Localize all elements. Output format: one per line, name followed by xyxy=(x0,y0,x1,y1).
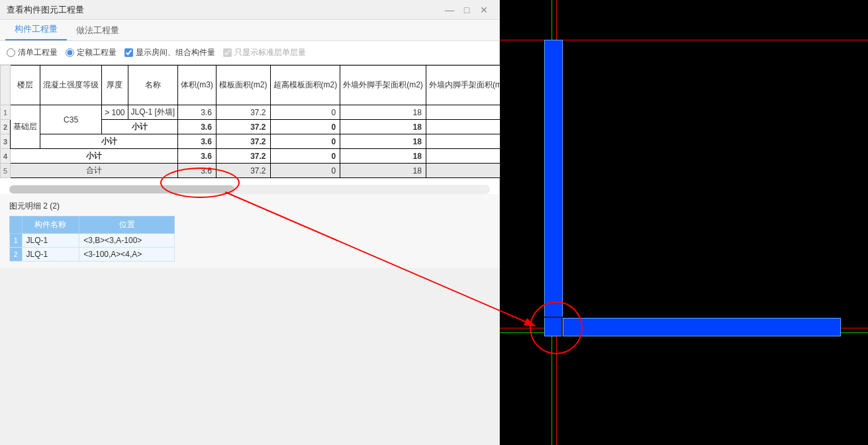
grid-mark xyxy=(544,317,563,318)
col-high-formwork: 超高模板面积(m2) xyxy=(270,66,340,105)
col-name: 名称 xyxy=(128,66,178,105)
minimize-button[interactable]: — xyxy=(441,5,458,15)
window-title: 查看构件图元工程量 xyxy=(7,4,441,16)
col-floor: 楼层 xyxy=(11,66,40,105)
col-ext-out-scaffold: 外墙外脚手架面积(m2) xyxy=(340,66,426,105)
wall-horizontal[interactable] xyxy=(563,318,841,336)
detail-col-name: 构件名称 xyxy=(22,217,79,234)
checkbox-show-room[interactable]: 显示房间、组合构件量 xyxy=(124,47,215,58)
toolbar: 清单工程量 定额工程量 显示房间、组合构件量 只显示标准层单层量 xyxy=(0,41,499,65)
col-ext-in-scaffold: 外墙内脚手架面积(m2) xyxy=(426,66,512,105)
maximize-button[interactable]: □ xyxy=(458,5,475,15)
checkbox-single-floor[interactable]: 只显示标准层单层量 xyxy=(223,47,306,58)
col-volume: 体积(m3) xyxy=(178,66,217,105)
detail-table[interactable]: 构件名称 位置 1 JLQ-1 <3,B><3,A-100> 2 JLQ-1 <… xyxy=(9,216,175,262)
col-grade: 混凝土强度等级 xyxy=(40,66,102,105)
radio-list-qty[interactable]: 清单工程量 xyxy=(7,47,58,58)
tabs: 构件工程量 做法工程量 xyxy=(0,20,499,41)
tab-component-qty[interactable]: 构件工程量 xyxy=(5,19,67,40)
horizontal-scrollbar[interactable] xyxy=(9,185,490,194)
tab-method-qty[interactable]: 做法工程量 xyxy=(67,21,128,40)
quantity-grid: 楼层 混凝土强度等级 厚度 名称 体积(m3) 模板面积(m2) 超高模板面积(… xyxy=(0,65,499,194)
scrollbar-thumb[interactable] xyxy=(9,185,234,193)
detail-col-pos: 位置 xyxy=(79,217,175,234)
wall-vertical[interactable] xyxy=(544,40,563,336)
detail-row[interactable]: 2 JLQ-1 <3-100,A><4,A> xyxy=(10,248,175,262)
close-button[interactable]: ✕ xyxy=(475,5,493,15)
detail-title: 图元明细 2 (2) xyxy=(9,201,490,212)
titlebar: 查看构件图元工程量 — □ ✕ xyxy=(0,0,499,20)
panel-footer xyxy=(0,268,499,445)
detail-row[interactable]: 1 JLQ-1 <3,B><3,A-100> xyxy=(10,234,175,248)
radio-quota-qty[interactable]: 定额工程量 xyxy=(66,47,117,58)
col-formwork: 模板面积(m2) xyxy=(216,66,270,105)
col-thickness: 厚度 xyxy=(102,66,128,105)
grid-mark xyxy=(561,318,563,336)
cad-viewport[interactable] xyxy=(500,0,868,445)
